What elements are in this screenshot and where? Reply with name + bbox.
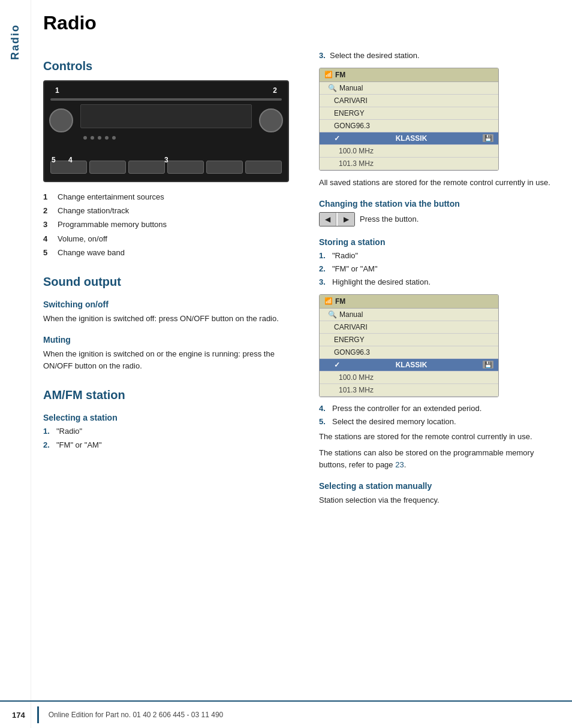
radio-btn-2 [89, 161, 126, 174]
sidebar-label: Radio [9, 24, 22, 60]
dot-3 [98, 136, 101, 140]
item-text: Volume, on/off [58, 234, 107, 244]
page-number: 174 [12, 711, 25, 720]
device-screen [80, 104, 252, 128]
signal-icon-2: 📶 [324, 297, 333, 305]
search-icon-2: 🔍 [328, 310, 337, 319]
storing-steps-456: 4. Press the controller for an extended … [319, 403, 554, 427]
checkmark-2: ✓ [334, 361, 340, 369]
stored-text-2-end: . [404, 460, 407, 469]
device-top-bar [50, 98, 282, 101]
device-label-2: 2 [273, 86, 277, 95]
item-num: 5 [43, 247, 52, 258]
step3-label: Select the desired station. [330, 51, 420, 60]
item-text: Change entertainment sources [58, 192, 164, 203]
fm-manual-row-2: 🔍 Manual [320, 309, 498, 321]
fm-row-101mhz-2: 101.3 MHz [320, 384, 498, 397]
step-text: "FM" or "AM" [56, 440, 102, 451]
controls-item-5: 5 Change wave band [43, 247, 301, 258]
dot-2 [91, 136, 94, 140]
item-text: Change station/track [58, 206, 129, 216]
switching-text: When the ignition is switched off: press… [43, 313, 301, 325]
changing-station-row: ◀ ▶ Press the button. [319, 212, 554, 226]
storing-step-5: 5. Select the desired memory location. [319, 416, 554, 427]
step3-text: 3. Select the desired station. [319, 50, 554, 62]
search-icon-1: 🔍 [328, 84, 337, 92]
step-num: 3. [319, 277, 327, 288]
step-num-5: 5. [319, 416, 327, 427]
left-column: Controls 1 2 [43, 46, 301, 511]
storing-step-3: 3. Highlight the desired station. [319, 277, 554, 288]
fm-header-1: 📶 FM [320, 68, 498, 82]
storing-steps: 1. "Radio" 2. "FM" or "AM" 3. Highlight … [319, 250, 554, 288]
device-label-5: 5 [52, 156, 56, 164]
controls-item-3: 3 Programmable memory buttons [43, 219, 301, 230]
fm-row-energy-2: ENERGY [320, 334, 498, 346]
storing-step-4: 4. Press the controller for an extended … [319, 403, 554, 414]
step-num: 2. [319, 264, 327, 274]
klassik-text-2: KLASSIK [396, 361, 428, 369]
stored-text-2: The stations can also be stored on the p… [319, 447, 554, 470]
storing-station-subtitle: Storing a station [319, 237, 554, 247]
controls-item-4: 4 Volume, on/off [43, 234, 301, 244]
step-text-4: Press the controller for an extended per… [332, 403, 481, 414]
nav-forward-button[interactable]: ▶ [338, 213, 354, 226]
step-text-5: Select the desired memory location. [332, 416, 456, 427]
step-num: 1. [43, 426, 52, 437]
footer-text: Online Edition for Part no. 01 40 2 606 … [49, 711, 224, 719]
fm-row-101mhz-1: 101.3 MHz [320, 158, 498, 170]
step-text: Highlight the desired station. [332, 277, 430, 288]
save-icon-2: 💾 [483, 361, 493, 368]
fm-row-klassik-2: ✓ KLASSIK 💾 [320, 359, 498, 371]
step-num: 1. [319, 250, 327, 261]
step-2: 2. "FM" or "AM" [43, 440, 301, 451]
klassik-text-1: KLASSIK [396, 134, 428, 143]
fm-screen-2: 📶 FM 🔍 Manual CARIVARI ENERGY GONG96.3 ✓… [319, 294, 499, 397]
page-footer: 174 Online Edition for Part no. 01 40 2 … [0, 700, 572, 728]
radio-btn-3 [128, 161, 165, 174]
item-num: 4 [43, 234, 52, 244]
storing-step-2: 2. "FM" or "AM" [319, 264, 554, 274]
device-label-1: 1 [55, 86, 59, 95]
radio-btn-6 [245, 161, 282, 174]
fm-row-100mhz-1: 100.0 MHz [320, 145, 498, 158]
controls-item-1: 1 Change entertainment sources [43, 192, 301, 203]
fm-manual-text-1: Manual [339, 84, 363, 92]
fm-row-carivari-1: CARIVARI [320, 95, 498, 107]
signal-icon-1: 📶 [324, 71, 333, 78]
fm-manual-row-1: 🔍 Manual [320, 82, 498, 95]
dot-5 [112, 136, 116, 140]
nav-back-button[interactable]: ◀ [320, 213, 336, 226]
radio-btn-5 [206, 161, 243, 174]
storing-step-1: 1. "Radio" [319, 250, 554, 261]
fm-header-2: 📶 FM [320, 295, 498, 309]
device-dot-row [83, 135, 249, 140]
radio-btn-4 [167, 161, 204, 174]
selecting-manually-subtitle: Selecting a station manually [319, 481, 554, 491]
switching-subtitle: Switching on/off [43, 300, 301, 309]
item-num: 3 [43, 219, 52, 230]
fm-header-text-1: FM [335, 71, 345, 79]
stored-link[interactable]: 23 [395, 460, 404, 469]
step-text: "FM" or "AM" [332, 264, 378, 274]
device-knob-right [259, 108, 283, 132]
save-icon-1: 💾 [483, 134, 493, 142]
fm-row-gong-2: GONG96.3 [320, 346, 498, 359]
right-column: 3. Select the desired station. 📶 FM 🔍 Ma… [319, 46, 554, 511]
radio-device-image: 1 2 [43, 80, 289, 182]
nav-buttons[interactable]: ◀ ▶ [319, 212, 355, 226]
step-1: 1. "Radio" [43, 426, 301, 437]
fm-row-carivari-2: CARIVARI [320, 321, 498, 334]
muting-text: When the ignition is switched on or the … [43, 348, 301, 371]
device-knob-left [49, 108, 73, 132]
item-text: Programmable memory buttons [58, 219, 167, 230]
changing-station-subtitle: Changing the station via the button [319, 199, 554, 209]
step3-num: 3. [319, 51, 326, 60]
fm-row-100mhz-2: 100.0 MHz [320, 371, 498, 384]
fm-manual-text-2: Manual [339, 310, 363, 319]
selecting-manually-text: Station selection via the frequency. [319, 494, 554, 506]
controls-item-2: 2 Change station/track [43, 206, 301, 216]
fm-screen-1: 📶 FM 🔍 Manual CARIVARI ENERGY GONG96.3 ✓… [319, 68, 499, 171]
item-num: 1 [43, 192, 52, 203]
fm-header-text-2: FM [335, 297, 345, 306]
